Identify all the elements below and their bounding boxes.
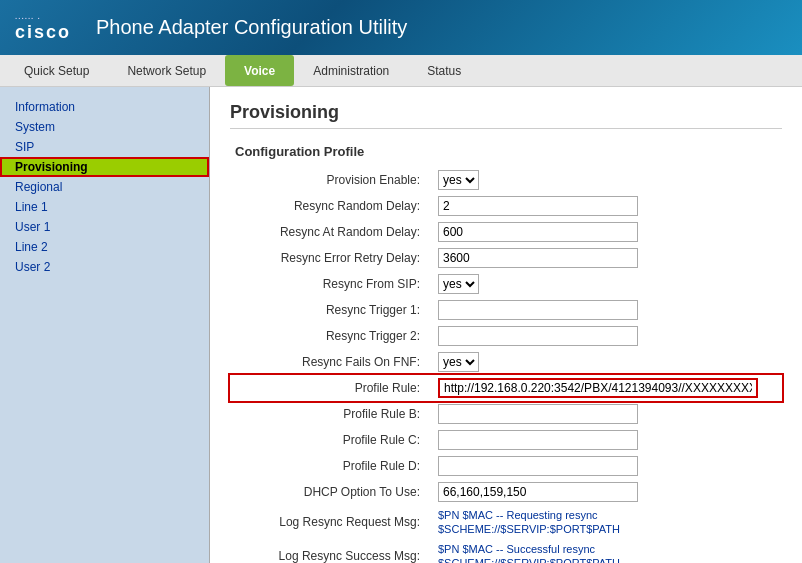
form-row: Profile Rule B: [230,401,782,427]
nav-administration[interactable]: Administration [294,55,408,86]
field-input[interactable] [438,300,638,320]
field-label: Resync Trigger 2: [230,323,430,349]
field-value[interactable] [430,219,782,245]
field-value[interactable] [430,401,782,427]
field-value[interactable] [430,297,782,323]
field-label: Profile Rule B: [230,401,430,427]
field-value[interactable]: $PN $MAC -- Requesting resync $SCHEME://… [430,505,782,539]
form-row: DHCP Option To Use: [230,479,782,505]
field-select[interactable]: yesno [438,274,479,294]
sidebar-item-line2[interactable]: Line 2 [0,237,209,257]
form-row: Log Resync Success Msg:$PN $MAC -- Succe… [230,539,782,563]
sidebar-item-system[interactable]: System [0,117,209,137]
field-input[interactable] [438,248,638,268]
field-label: Profile Rule D: [230,453,430,479]
form-row: Resync Error Retry Delay: [230,245,782,271]
sidebar-item-information[interactable]: Information [0,97,209,117]
section-title: Configuration Profile [235,144,782,159]
sidebar-item-line1[interactable]: Line 1 [0,197,209,217]
field-label: Resync Trigger 1: [230,297,430,323]
form-row: Log Resync Request Msg:$PN $MAC -- Reque… [230,505,782,539]
field-value[interactable] [430,323,782,349]
log-value: $PN $MAC -- Successful resync $SCHEME://… [438,543,620,563]
field-value[interactable]: $PN $MAC -- Successful resync $SCHEME://… [430,539,782,563]
field-input[interactable] [438,430,638,450]
form-row: Resync Trigger 1: [230,297,782,323]
field-label: Profile Rule: [230,375,430,401]
config-form: Provision Enable:yesnoResync Random Dela… [230,167,782,563]
nav-network-setup[interactable]: Network Setup [108,55,225,86]
cisco-logo: ...... . cisco [15,12,71,43]
field-label: Profile Rule C: [230,427,430,453]
form-row: Profile Rule C: [230,427,782,453]
main-layout: Information System SIP Provisioning Regi… [0,87,802,563]
field-value[interactable] [430,375,782,401]
app-title: Phone Adapter Configuration Utility [96,16,407,39]
form-row: Profile Rule D: [230,453,782,479]
field-value[interactable] [430,245,782,271]
field-label: Provision Enable: [230,167,430,193]
form-row: Resync Fails On FNF:yesno [230,349,782,375]
nav-voice[interactable]: Voice [225,55,294,86]
cisco-dots: ...... . [15,12,71,22]
navbar: Quick Setup Network Setup Voice Administ… [0,55,802,87]
field-input[interactable] [438,222,638,242]
field-label: Resync From SIP: [230,271,430,297]
field-select[interactable]: yesno [438,352,479,372]
field-label: Resync Random Delay: [230,193,430,219]
form-row: Profile Rule: [230,375,782,401]
form-row: Provision Enable:yesno [230,167,782,193]
page-title: Provisioning [230,102,782,129]
field-label: Log Resync Request Msg: [230,505,430,539]
field-input[interactable] [438,404,638,424]
sidebar-item-user2[interactable]: User 2 [0,257,209,277]
field-label: DHCP Option To Use: [230,479,430,505]
field-input[interactable] [438,326,638,346]
sidebar-item-user1[interactable]: User 1 [0,217,209,237]
header: ...... . cisco Phone Adapter Configurati… [0,0,802,55]
nav-status[interactable]: Status [408,55,480,86]
field-value[interactable]: yesno [430,167,782,193]
field-input[interactable] [438,456,638,476]
field-input[interactable] [438,196,638,216]
sidebar-item-regional[interactable]: Regional [0,177,209,197]
field-value[interactable]: yesno [430,349,782,375]
field-value[interactable]: yesno [430,271,782,297]
field-label: Resync Fails On FNF: [230,349,430,375]
field-select[interactable]: yesno [438,170,479,190]
field-value[interactable] [430,453,782,479]
sidebar: Information System SIP Provisioning Regi… [0,87,210,563]
cisco-wordmark: cisco [15,22,71,44]
log-value: $PN $MAC -- Requesting resync $SCHEME://… [438,509,620,535]
field-value[interactable] [430,427,782,453]
sidebar-item-sip[interactable]: SIP [0,137,209,157]
field-input[interactable] [438,482,638,502]
form-row: Resync Random Delay: [230,193,782,219]
field-label: Resync At Random Delay: [230,219,430,245]
field-label: Resync Error Retry Delay: [230,245,430,271]
sidebar-item-provisioning[interactable]: Provisioning [0,157,209,177]
field-input[interactable] [438,378,758,398]
nav-quick-setup[interactable]: Quick Setup [5,55,108,86]
form-row: Resync At Random Delay: [230,219,782,245]
field-value[interactable] [430,193,782,219]
field-label: Log Resync Success Msg: [230,539,430,563]
form-row: Resync From SIP:yesno [230,271,782,297]
field-value[interactable] [430,479,782,505]
form-row: Resync Trigger 2: [230,323,782,349]
content-area: Provisioning Configuration Profile Provi… [210,87,802,563]
